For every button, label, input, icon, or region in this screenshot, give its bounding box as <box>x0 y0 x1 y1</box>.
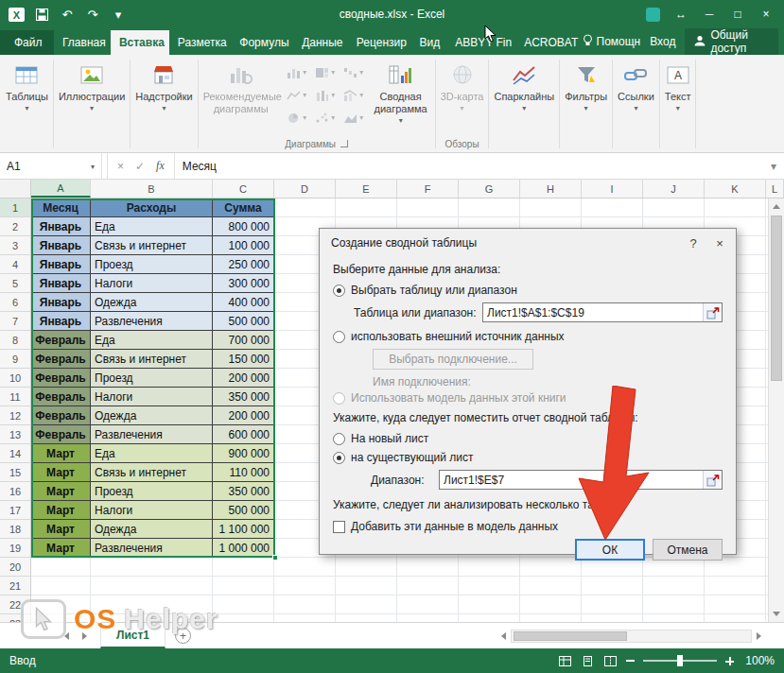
cell-A14[interactable]: Март <box>31 444 91 463</box>
cell-B18[interactable]: Одежда <box>91 520 213 539</box>
cell-G23[interactable] <box>459 614 520 622</box>
zoom-level[interactable]: 100% <box>742 654 775 667</box>
cell-C11[interactable]: 350 000 <box>213 388 274 406</box>
zoom-slider[interactable] <box>643 660 717 662</box>
horizontal-scroll-thumb[interactable] <box>514 631 627 641</box>
app-badge-icon[interactable] <box>638 0 667 28</box>
map3d-button[interactable]: 3D-карта ▾ <box>437 56 488 137</box>
cell-B12[interactable]: Одежда <box>91 406 213 425</box>
cell-H21[interactable] <box>520 577 582 595</box>
cell-B1[interactable]: Расходы <box>91 198 213 217</box>
tab-home[interactable]: Главная <box>54 30 111 55</box>
tab-acrobat[interactable]: ACROBAT <box>515 30 582 55</box>
cell-B8[interactable]: Еда <box>91 331 213 350</box>
scroll-up-icon[interactable] <box>769 198 784 214</box>
cell-B10[interactable]: Проезд <box>91 369 213 388</box>
radio-external-source[interactable]: использовать внешний источник данных <box>333 330 723 343</box>
cell-C15[interactable]: 110 000 <box>213 463 274 482</box>
cell-C7[interactable]: 500 000 <box>213 312 274 331</box>
cell-C2[interactable]: 800 000 <box>213 217 274 236</box>
radio-existing-sheet[interactable]: на существующий лист <box>333 451 723 464</box>
column-header-B[interactable]: B <box>91 180 213 198</box>
cell-I23[interactable] <box>582 614 643 622</box>
cell-C17[interactable]: 500 000 <box>213 501 274 520</box>
row-header-7[interactable]: 7 <box>0 312 31 331</box>
cell-H22[interactable] <box>520 595 582 614</box>
cell-B7[interactable]: Развлечения <box>91 312 213 331</box>
links-button[interactable]: Ссылки ▾ <box>614 56 658 152</box>
cell-D1[interactable] <box>274 198 336 217</box>
maximize-button[interactable]: □ <box>723 0 752 28</box>
signin-button[interactable]: Вход <box>650 35 675 48</box>
row-header-9[interactable]: 9 <box>0 350 31 369</box>
column-header-I[interactable]: I <box>582 180 643 198</box>
range-input[interactable] <box>482 302 723 322</box>
text-button[interactable]: A Текст ▾ <box>661 56 695 152</box>
choose-connection-button[interactable]: Выбрать подключение... <box>373 349 533 370</box>
cell-C20[interactable] <box>213 558 274 577</box>
cell-B17[interactable]: Налоги <box>91 501 213 520</box>
cell-C3[interactable]: 100 000 <box>213 236 274 255</box>
column-header-G[interactable]: G <box>459 180 520 198</box>
cell-A19[interactable]: Март <box>31 539 91 558</box>
tab-data[interactable]: Данные <box>293 30 348 55</box>
scroll-right-icon[interactable] <box>757 632 765 640</box>
cell-C22[interactable] <box>213 595 274 614</box>
cell-H23[interactable] <box>520 614 582 622</box>
column-header-L[interactable]: L <box>766 180 784 198</box>
tab-file[interactable]: Файл <box>0 30 54 55</box>
row-header-6[interactable]: 6 <box>0 293 31 312</box>
cell-G21[interactable] <box>459 577 520 595</box>
row-header-12[interactable]: 12 <box>0 406 31 425</box>
undo-icon[interactable]: ↶ <box>59 6 76 23</box>
cell-C19[interactable]: 1 000 000 <box>213 539 274 558</box>
cell-E22[interactable] <box>336 595 397 614</box>
column-chart-button[interactable]: ▾ <box>283 61 311 84</box>
cell-B20[interactable] <box>91 558 213 577</box>
sparklines-button[interactable]: Спарклайны ▾ <box>490 56 558 152</box>
confirm-entry-icon[interactable]: ✓ <box>135 160 145 173</box>
tab-view[interactable]: Вид <box>410 30 446 55</box>
cell-B21[interactable] <box>91 577 213 595</box>
ribbon-display-icon[interactable]: ↔ <box>667 0 695 28</box>
cell-B13[interactable]: Развлечения <box>91 425 213 444</box>
column-header-E[interactable]: E <box>336 180 397 198</box>
column-header-D[interactable]: D <box>274 180 336 198</box>
cell-A6[interactable]: Январь <box>31 293 91 312</box>
cell-K21[interactable] <box>705 577 766 595</box>
tab-formulas[interactable]: Формулы <box>231 30 293 55</box>
cell-K22[interactable] <box>705 595 766 614</box>
cancel-entry-icon[interactable]: × <box>117 160 124 173</box>
insert-function-icon[interactable]: fx <box>156 159 165 173</box>
row-header-3[interactable]: 3 <box>0 236 31 255</box>
cell-D22[interactable] <box>274 595 336 614</box>
row-header-14[interactable]: 14 <box>0 444 31 463</box>
combo-chart-button[interactable]: ▾ <box>340 84 368 107</box>
row-header-16[interactable]: 16 <box>0 482 31 501</box>
row-header-15[interactable]: 15 <box>0 463 31 482</box>
scroll-down-icon[interactable] <box>769 607 784 622</box>
cell-A18[interactable]: Март <box>31 520 91 539</box>
column-header-J[interactable]: J <box>643 180 705 198</box>
cell-B16[interactable]: Проезд <box>91 482 213 501</box>
cell-A15[interactable]: Март <box>31 463 91 482</box>
cell-B15[interactable]: Связь и интернет <box>91 463 213 482</box>
cell-A20[interactable] <box>31 558 91 577</box>
area-chart-button[interactable]: ▾ <box>340 107 368 129</box>
cell-A13[interactable]: Февраль <box>31 425 91 444</box>
radio-data-model[interactable]: Использовать модель данных этой книги <box>333 391 723 405</box>
cell-E1[interactable] <box>336 198 397 217</box>
filters-button[interactable]: Фильтры ▾ <box>561 56 611 152</box>
add-to-data-model-checkbox[interactable]: Добавить эти данные в модель данных <box>333 520 723 533</box>
cell-C5[interactable]: 300 000 <box>213 274 274 293</box>
row-header-10[interactable]: 10 <box>0 369 31 388</box>
save-icon[interactable] <box>33 6 50 23</box>
column-header-F[interactable]: F <box>397 180 459 198</box>
radio-select-table[interactable]: Выбрать таблицу или диапазон <box>333 284 723 297</box>
close-button[interactable]: × <box>752 0 780 28</box>
cell-C10[interactable]: 200 000 <box>213 369 274 388</box>
row-header-8[interactable]: 8 <box>0 331 31 350</box>
cell-K23[interactable] <box>705 614 766 622</box>
cell-A17[interactable]: Март <box>31 501 91 520</box>
cell-A10[interactable]: Февраль <box>31 369 91 388</box>
